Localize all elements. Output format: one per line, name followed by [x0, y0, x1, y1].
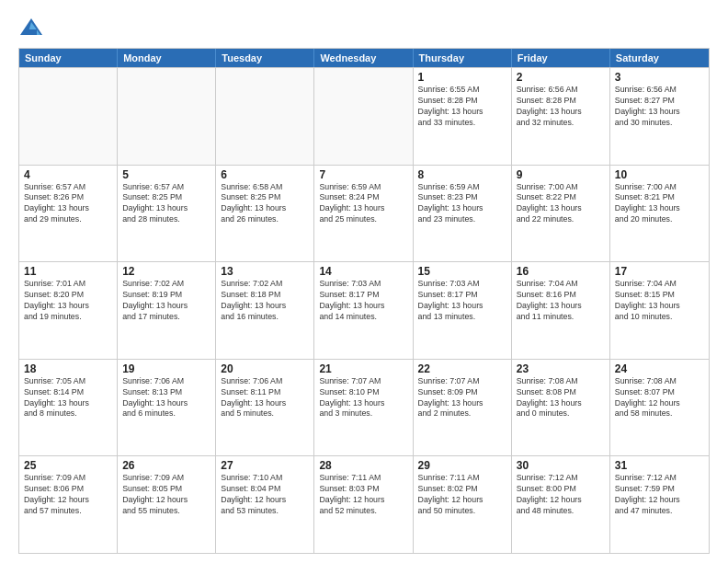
day-info: Sunrise: 7:04 AM Sunset: 8:15 PM Dayligh… — [615, 279, 704, 323]
day-info: Sunrise: 6:58 AM Sunset: 8:25 PM Dayligh… — [221, 182, 309, 226]
day-info: Sunrise: 6:57 AM Sunset: 8:26 PM Dayligh… — [24, 182, 112, 226]
day-info: Sunrise: 7:08 AM Sunset: 8:07 PM Dayligh… — [615, 376, 704, 420]
calendar-cell: 17Sunrise: 7:04 AM Sunset: 8:15 PM Dayli… — [610, 262, 709, 359]
calendar-row: 11Sunrise: 7:01 AM Sunset: 8:20 PM Dayli… — [19, 261, 709, 359]
day-number: 8 — [418, 168, 506, 181]
day-number: 1 — [418, 71, 506, 84]
calendar-row: 25Sunrise: 7:09 AM Sunset: 8:06 PM Dayli… — [19, 455, 709, 553]
day-info: Sunrise: 7:09 AM Sunset: 8:06 PM Dayligh… — [24, 473, 112, 517]
calendar-cell: 22Sunrise: 7:07 AM Sunset: 8:09 PM Dayli… — [414, 360, 512, 456]
calendar-cell: 11Sunrise: 7:01 AM Sunset: 8:20 PM Dayli… — [19, 262, 118, 359]
logo-icon — [18, 15, 44, 40]
day-info: Sunrise: 7:11 AM Sunset: 8:02 PM Dayligh… — [418, 473, 506, 517]
page: SundayMondayTuesdayWednesdayThursdayFrid… — [0, 0, 728, 563]
calendar-header-cell: Tuesday — [216, 49, 314, 67]
calendar-cell: 29Sunrise: 7:11 AM Sunset: 8:02 PM Dayli… — [414, 456, 512, 553]
day-number: 4 — [24, 168, 112, 181]
calendar-row: 18Sunrise: 7:05 AM Sunset: 8:14 PM Dayli… — [19, 359, 709, 456]
calendar-cell: 6Sunrise: 6:58 AM Sunset: 8:25 PM Daylig… — [216, 166, 314, 262]
day-number: 3 — [615, 71, 704, 84]
calendar-cell: 14Sunrise: 7:03 AM Sunset: 8:17 PM Dayli… — [314, 262, 413, 359]
calendar-cell: 4Sunrise: 6:57 AM Sunset: 8:26 PM Daylig… — [19, 166, 118, 262]
calendar-cell: 18Sunrise: 7:05 AM Sunset: 8:14 PM Dayli… — [19, 360, 118, 456]
calendar-cell — [118, 68, 216, 165]
svg-rect-2 — [26, 29, 37, 35]
calendar-cell: 3Sunrise: 6:56 AM Sunset: 8:27 PM Daylig… — [610, 68, 709, 165]
calendar-cell: 21Sunrise: 7:07 AM Sunset: 8:10 PM Dayli… — [314, 360, 413, 456]
calendar-header-cell: Thursday — [414, 49, 512, 67]
day-number: 17 — [615, 265, 704, 278]
day-number: 28 — [319, 459, 407, 472]
day-number: 15 — [418, 265, 506, 278]
day-number: 18 — [24, 362, 112, 375]
day-number: 20 — [221, 362, 309, 375]
calendar-header-cell: Friday — [512, 49, 610, 67]
calendar-body: 1Sunrise: 6:55 AM Sunset: 8:28 PM Daylig… — [19, 67, 709, 553]
calendar-row: 1Sunrise: 6:55 AM Sunset: 8:28 PM Daylig… — [19, 67, 709, 165]
day-number: 7 — [319, 168, 407, 181]
day-number: 21 — [319, 362, 407, 375]
day-info: Sunrise: 7:07 AM Sunset: 8:10 PM Dayligh… — [319, 376, 407, 420]
calendar-cell — [314, 68, 413, 165]
calendar-cell: 19Sunrise: 7:06 AM Sunset: 8:13 PM Dayli… — [118, 360, 216, 456]
day-number: 23 — [517, 362, 605, 375]
calendar-header: SundayMondayTuesdayWednesdayThursdayFrid… — [19, 49, 709, 67]
day-info: Sunrise: 7:02 AM Sunset: 8:18 PM Dayligh… — [221, 279, 309, 323]
day-number: 5 — [122, 168, 210, 181]
calendar-cell — [216, 68, 314, 165]
day-info: Sunrise: 7:12 AM Sunset: 8:00 PM Dayligh… — [517, 473, 605, 517]
calendar-header-cell: Monday — [118, 49, 216, 67]
day-info: Sunrise: 7:04 AM Sunset: 8:16 PM Dayligh… — [517, 279, 605, 323]
calendar-cell: 27Sunrise: 7:10 AM Sunset: 8:04 PM Dayli… — [216, 456, 314, 553]
calendar-cell: 12Sunrise: 7:02 AM Sunset: 8:19 PM Dayli… — [118, 262, 216, 359]
calendar-header-cell: Sunday — [19, 49, 118, 67]
day-number: 10 — [615, 168, 704, 181]
day-number: 26 — [122, 459, 210, 472]
day-number: 29 — [418, 459, 506, 472]
calendar-cell: 28Sunrise: 7:11 AM Sunset: 8:03 PM Dayli… — [314, 456, 413, 553]
day-info: Sunrise: 7:09 AM Sunset: 8:05 PM Dayligh… — [122, 473, 210, 517]
calendar-cell: 1Sunrise: 6:55 AM Sunset: 8:28 PM Daylig… — [414, 68, 512, 165]
day-info: Sunrise: 6:55 AM Sunset: 8:28 PM Dayligh… — [418, 85, 506, 129]
calendar-cell: 31Sunrise: 7:12 AM Sunset: 7:59 PM Dayli… — [610, 456, 709, 553]
day-info: Sunrise: 7:01 AM Sunset: 8:20 PM Dayligh… — [24, 279, 112, 323]
day-info: Sunrise: 6:57 AM Sunset: 8:25 PM Dayligh… — [122, 182, 210, 226]
day-info: Sunrise: 7:02 AM Sunset: 8:19 PM Dayligh… — [122, 279, 210, 323]
day-info: Sunrise: 7:11 AM Sunset: 8:03 PM Dayligh… — [319, 473, 407, 517]
day-number: 31 — [615, 459, 704, 472]
logo — [18, 15, 48, 40]
day-info: Sunrise: 7:07 AM Sunset: 8:09 PM Dayligh… — [418, 376, 506, 420]
day-number: 14 — [319, 265, 407, 278]
calendar-cell: 23Sunrise: 7:08 AM Sunset: 8:08 PM Dayli… — [512, 360, 610, 456]
calendar-header-cell: Saturday — [610, 49, 709, 67]
day-info: Sunrise: 7:06 AM Sunset: 8:13 PM Dayligh… — [122, 376, 210, 420]
calendar-cell: 2Sunrise: 6:56 AM Sunset: 8:28 PM Daylig… — [512, 68, 610, 165]
calendar-cell — [19, 68, 118, 165]
calendar-cell: 8Sunrise: 6:59 AM Sunset: 8:23 PM Daylig… — [414, 166, 512, 262]
day-number: 6 — [221, 168, 309, 181]
calendar-cell: 9Sunrise: 7:00 AM Sunset: 8:22 PM Daylig… — [512, 166, 610, 262]
day-number: 24 — [615, 362, 704, 375]
calendar-cell: 26Sunrise: 7:09 AM Sunset: 8:05 PM Dayli… — [118, 456, 216, 553]
day-number: 13 — [221, 265, 309, 278]
day-info: Sunrise: 7:08 AM Sunset: 8:08 PM Dayligh… — [517, 376, 605, 420]
day-info: Sunrise: 7:06 AM Sunset: 8:11 PM Dayligh… — [221, 376, 309, 420]
day-number: 30 — [517, 459, 605, 472]
day-info: Sunrise: 7:05 AM Sunset: 8:14 PM Dayligh… — [24, 376, 112, 420]
day-number: 22 — [418, 362, 506, 375]
day-info: Sunrise: 7:03 AM Sunset: 8:17 PM Dayligh… — [319, 279, 407, 323]
day-info: Sunrise: 6:59 AM Sunset: 8:24 PM Dayligh… — [319, 182, 407, 226]
day-info: Sunrise: 6:56 AM Sunset: 8:27 PM Dayligh… — [615, 85, 704, 129]
calendar-cell: 24Sunrise: 7:08 AM Sunset: 8:07 PM Dayli… — [610, 360, 709, 456]
calendar: SundayMondayTuesdayWednesdayThursdayFrid… — [18, 48, 710, 554]
day-number: 9 — [517, 168, 605, 181]
day-number: 12 — [122, 265, 210, 278]
calendar-cell: 10Sunrise: 7:00 AM Sunset: 8:21 PM Dayli… — [610, 166, 709, 262]
calendar-row: 4Sunrise: 6:57 AM Sunset: 8:26 PM Daylig… — [19, 165, 709, 262]
calendar-cell: 20Sunrise: 7:06 AM Sunset: 8:11 PM Dayli… — [216, 360, 314, 456]
day-info: Sunrise: 6:56 AM Sunset: 8:28 PM Dayligh… — [517, 85, 605, 129]
calendar-cell: 13Sunrise: 7:02 AM Sunset: 8:18 PM Dayli… — [216, 262, 314, 359]
day-info: Sunrise: 7:00 AM Sunset: 8:22 PM Dayligh… — [517, 182, 605, 226]
calendar-cell: 15Sunrise: 7:03 AM Sunset: 8:17 PM Dayli… — [414, 262, 512, 359]
day-number: 16 — [517, 265, 605, 278]
